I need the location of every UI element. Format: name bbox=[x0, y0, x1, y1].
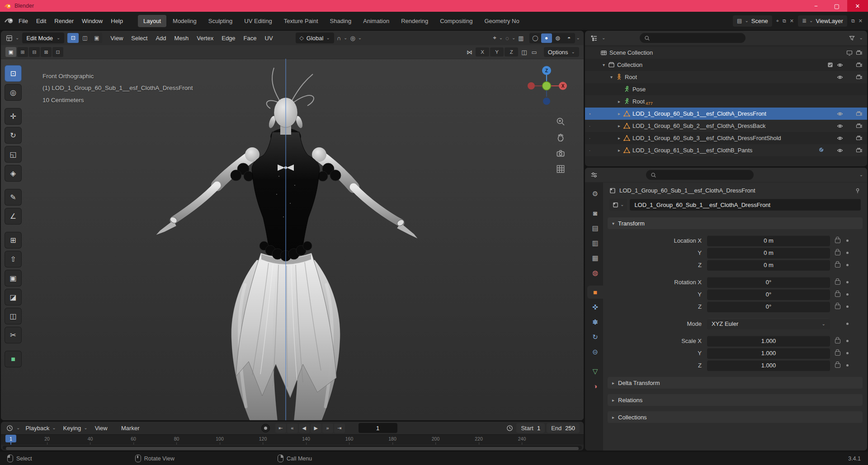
outliner-editor-icon[interactable] bbox=[589, 33, 599, 42]
viewport-menu-item[interactable]: Face bbox=[240, 33, 261, 44]
lock-icon[interactable] bbox=[835, 239, 840, 243]
inset-faces-tool[interactable]: ▣ bbox=[5, 270, 22, 287]
rotation-mode-dropdown[interactable]: XYZ Euler⌄ bbox=[707, 319, 830, 329]
lock-icon[interactable] bbox=[835, 280, 840, 285]
knife-tool[interactable]: ✂ bbox=[5, 327, 22, 343]
mirror-icon[interactable]: ⋈ bbox=[465, 48, 474, 56]
editor-type-icon[interactable] bbox=[5, 34, 14, 42]
outliner-row[interactable]: ▾ Collection bbox=[585, 59, 867, 71]
number-field[interactable]: 0° bbox=[707, 289, 830, 300]
checkbox-icon[interactable] bbox=[826, 62, 835, 68]
pan-hand-icon[interactable] bbox=[556, 132, 566, 142]
viewlayer-action-icon[interactable]: ⧉ bbox=[850, 17, 856, 25]
lock-icon[interactable] bbox=[835, 263, 840, 268]
rendered-shading[interactable]: ◓ bbox=[564, 33, 575, 43]
timeline-menu-item[interactable]: Keying ⌄ bbox=[60, 423, 91, 433]
viewport-canvas[interactable]: ▣⊞⊟⊠⊡ ⋈ XYZ ◫▭ Options ⌄ bbox=[1, 45, 584, 420]
outliner-search[interactable] bbox=[640, 33, 745, 43]
cursor-tool[interactable]: ◎ bbox=[5, 84, 22, 101]
timeline-menu-item[interactable]: Marker ⌄ bbox=[118, 423, 150, 433]
number-field[interactable]: 1.000 bbox=[707, 336, 830, 347]
rotate-tool[interactable]: ↻ bbox=[5, 127, 22, 144]
scale-tool[interactable]: ◱ bbox=[5, 146, 22, 163]
timeline-scrollbar[interactable] bbox=[3, 446, 582, 450]
start-frame-field[interactable]: Start1 bbox=[516, 423, 545, 433]
render-visibility-camera-icon[interactable] bbox=[854, 50, 863, 56]
animate-property-dot[interactable] bbox=[846, 340, 849, 342]
animate-property-dot[interactable] bbox=[846, 240, 849, 242]
proportional-editing-icon[interactable]: ◎ bbox=[349, 34, 357, 42]
properties-editor-icon[interactable] bbox=[589, 170, 599, 179]
bevel-tool[interactable]: ◪ bbox=[5, 289, 22, 305]
constraints-tab[interactable]: ⊝ bbox=[587, 345, 603, 358]
number-field[interactable]: 1.000 bbox=[707, 360, 830, 371]
render-visibility-camera-icon[interactable] bbox=[854, 111, 863, 117]
disclosure-triangle-icon[interactable]: ▾ bbox=[608, 75, 615, 80]
lock-icon[interactable] bbox=[835, 363, 840, 368]
object-tab[interactable]: ■ bbox=[587, 286, 603, 299]
tool-tab[interactable]: ⚙ bbox=[587, 187, 603, 200]
viewlayer-selector[interactable]: ≣ ⌄ ViewLayer bbox=[798, 15, 847, 27]
disclosure-triangle-icon[interactable]: ▸ bbox=[616, 99, 623, 104]
workspace-tab[interactable]: Rendering bbox=[396, 15, 434, 27]
play-forward[interactable]: ▶ bbox=[311, 423, 321, 433]
number-field[interactable]: 0 m bbox=[707, 248, 830, 258]
gizmo-x-negative[interactable] bbox=[528, 82, 535, 89]
vertex-select-mode[interactable]: ⊡ bbox=[67, 33, 79, 43]
select-set[interactable]: ▣ bbox=[5, 47, 16, 57]
object-type-dropdown[interactable]: ⌄ bbox=[609, 199, 627, 211]
transform-tool[interactable]: ◈ bbox=[5, 165, 22, 182]
disclosure-triangle-icon[interactable]: ▸ bbox=[616, 148, 623, 153]
properties-search[interactable] bbox=[646, 170, 754, 180]
animate-property-dot[interactable] bbox=[846, 264, 849, 266]
gizmo-z-negative[interactable] bbox=[543, 98, 550, 105]
jump-to-start[interactable]: ⇤ bbox=[275, 423, 286, 433]
viewport-menu-item[interactable]: Mesh bbox=[170, 33, 193, 44]
object-name-field[interactable]: LOD_1_Group_60_Sub_1__esf_ClothA_DressFr… bbox=[630, 199, 861, 211]
viewport-menu-item[interactable]: Edge bbox=[217, 33, 239, 44]
data-tab[interactable]: ▽ bbox=[587, 365, 603, 378]
hide-eye-icon[interactable] bbox=[835, 74, 844, 80]
blender-menu-logo-icon[interactable] bbox=[5, 17, 14, 24]
filter-funnel-icon[interactable] bbox=[847, 34, 857, 42]
lock-icon[interactable] bbox=[835, 292, 840, 297]
select-intersect[interactable]: ⊡ bbox=[52, 47, 63, 57]
animate-property-dot[interactable] bbox=[846, 252, 849, 254]
output-tab[interactable]: ▤ bbox=[587, 221, 603, 235]
poly-build-tool[interactable]: ■ bbox=[5, 351, 22, 367]
grid-ortho-icon[interactable] bbox=[556, 164, 566, 174]
viewport-visibility-icon[interactable] bbox=[844, 50, 854, 56]
outliner-row[interactable]: ▸ Root 477 bbox=[585, 95, 867, 108]
world-tab[interactable]: ◍ bbox=[587, 266, 603, 279]
app-menu-item[interactable]: Edit bbox=[32, 15, 50, 27]
animate-property-dot[interactable] bbox=[846, 305, 849, 308]
navigation-gizmo[interactable]: Z X bbox=[525, 64, 568, 108]
minimize-button[interactable]: − bbox=[806, 0, 826, 12]
view-layer-tab[interactable]: ▥ bbox=[587, 236, 603, 249]
collapsed-panel-header[interactable]: ▸ Relations bbox=[608, 394, 863, 406]
auto-keying-record-button[interactable] bbox=[261, 424, 270, 432]
wireframe-shading[interactable]: ◯ bbox=[530, 33, 541, 43]
disclosure-triangle-icon[interactable]: ▾ bbox=[600, 62, 607, 67]
viewlayer-action-icon[interactable]: ✕ bbox=[858, 17, 863, 25]
transform-panel-header[interactable]: ▾ Transform bbox=[608, 217, 863, 229]
outliner-row[interactable]: · ▸ LOD_1_Group_60_Sub_2__esf_ClothA_Dre… bbox=[585, 120, 867, 132]
animate-property-dot[interactable] bbox=[846, 323, 849, 325]
hide-eye-icon[interactable] bbox=[835, 135, 844, 141]
use-preview-range-clock-icon[interactable] bbox=[505, 424, 514, 432]
animate-property-dot[interactable] bbox=[846, 364, 849, 366]
workspace-tab[interactable]: Texture Paint bbox=[278, 15, 324, 27]
material-shading[interactable]: ◍ bbox=[552, 33, 563, 43]
timeline-editor-icon[interactable] bbox=[5, 424, 14, 432]
render-visibility-camera-icon[interactable] bbox=[854, 74, 863, 80]
app-menu-item[interactable]: Render bbox=[50, 15, 78, 27]
edge-select-mode[interactable]: ◫ bbox=[79, 33, 90, 43]
outliner-row[interactable]: ▪ ▸ LOD_1_Group_60_Sub_1__esf_ClothA_Dre… bbox=[585, 108, 867, 120]
viewport-menu-item[interactable]: Add bbox=[151, 33, 170, 44]
app-menu-item[interactable]: Help bbox=[107, 15, 127, 27]
workspace-tab[interactable]: Modeling bbox=[167, 15, 202, 27]
hide-eye-icon[interactable] bbox=[835, 123, 844, 129]
number-field[interactable]: 0 m bbox=[707, 260, 830, 271]
scrollbar-handle[interactable] bbox=[6, 447, 579, 450]
select-box-tool[interactable]: ⊡ bbox=[5, 65, 22, 82]
